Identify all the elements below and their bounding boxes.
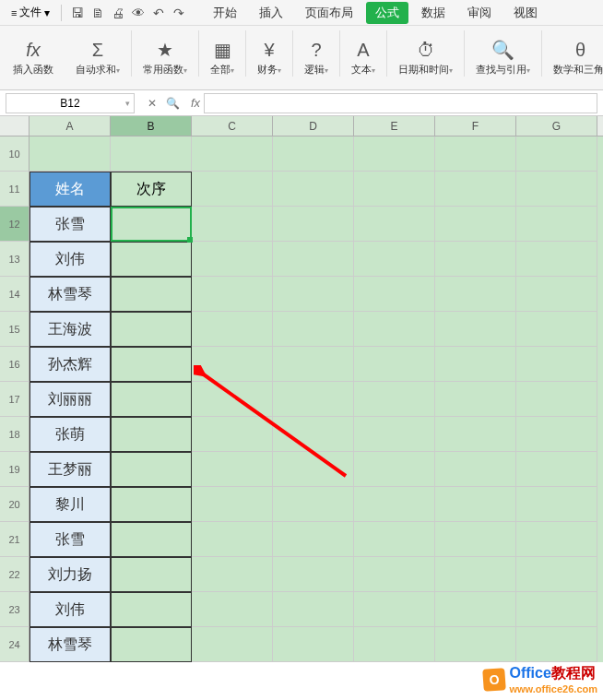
ribbon-group-0[interactable]: Σ自动求和▾ (68, 30, 127, 86)
cell-G12[interactable] (516, 207, 597, 242)
cell-A24[interactable]: 林雪琴 (30, 627, 111, 662)
cell-E16[interactable] (354, 347, 435, 382)
cell-F16[interactable] (435, 347, 516, 382)
cell-F21[interactable] (435, 522, 516, 557)
cell-G24[interactable] (516, 627, 597, 662)
row-header-16[interactable]: 16 (0, 347, 30, 382)
ribbon-group-2[interactable]: ▦全部▾ (203, 30, 242, 86)
cell-A18[interactable]: 张萌 (30, 417, 111, 452)
row-header-20[interactable]: 20 (0, 487, 30, 522)
tab-start[interactable]: 开始 (204, 2, 246, 24)
file-menu[interactable]: ≡ 文件 ▾ (6, 3, 55, 22)
cell-F10[interactable] (435, 136, 516, 172)
cell-B15[interactable] (111, 312, 192, 347)
cell-D19[interactable] (273, 452, 354, 487)
cell-D18[interactable] (273, 417, 354, 452)
cell-A21[interactable]: 张雪 (30, 522, 111, 557)
cell-C21[interactable] (192, 522, 273, 557)
cell-A11[interactable]: 姓名 (30, 172, 111, 207)
ribbon-group-3[interactable]: ¥财务▾ (250, 30, 289, 86)
cell-G13[interactable] (516, 242, 597, 277)
redo-icon[interactable]: ↷ (169, 3, 189, 23)
cell-D20[interactable] (273, 487, 354, 522)
undo-icon[interactable]: ↶ (148, 3, 169, 23)
cell-G20[interactable] (516, 487, 597, 522)
cell-C22[interactable] (192, 557, 273, 592)
formula-input[interactable] (204, 93, 597, 113)
ribbon-group-7[interactable]: 🔍查找与引用▾ (468, 30, 538, 86)
tab-page-layout[interactable]: 页面布局 (296, 2, 362, 24)
tab-review[interactable]: 审阅 (458, 2, 501, 24)
cell-A14[interactable]: 林雪琴 (30, 277, 111, 312)
cell-G10[interactable] (516, 136, 597, 172)
insert-function-button[interactable]: fx 插入函数 (6, 30, 61, 86)
cell-A20[interactable]: 黎川 (30, 487, 111, 522)
cell-A12[interactable]: 张雪 (30, 207, 111, 242)
cell-A10[interactable] (30, 136, 111, 172)
print-icon[interactable]: 🖨 (108, 3, 128, 23)
cell-F19[interactable] (435, 452, 516, 487)
cell-D17[interactable] (273, 382, 354, 417)
cell-E11[interactable] (354, 172, 435, 207)
cell-F14[interactable] (435, 277, 516, 312)
cell-F15[interactable] (435, 312, 516, 347)
cell-E20[interactable] (354, 487, 435, 522)
name-box[interactable]: B12 ▾ (6, 93, 135, 113)
cell-D11[interactable] (273, 172, 354, 207)
cell-B13[interactable] (111, 242, 192, 277)
cell-E10[interactable] (354, 136, 435, 172)
cell-G19[interactable] (516, 452, 597, 487)
column-header-A[interactable]: A (30, 116, 111, 136)
save-icon[interactable]: 🖫 (67, 3, 88, 23)
tab-view[interactable]: 视图 (504, 2, 547, 24)
cell-C12[interactable] (192, 207, 273, 242)
row-header-11[interactable]: 11 (0, 172, 30, 207)
cell-E15[interactable] (354, 312, 435, 347)
cell-B12[interactable] (111, 207, 192, 242)
cell-A19[interactable]: 王梦丽 (30, 452, 111, 487)
cell-B16[interactable] (111, 347, 192, 382)
cell-C19[interactable] (192, 452, 273, 487)
cell-B10[interactable] (111, 136, 192, 172)
column-header-E[interactable]: E (354, 116, 435, 136)
cell-C13[interactable] (192, 242, 273, 277)
cell-G15[interactable] (516, 312, 597, 347)
cell-D12[interactable] (273, 207, 354, 242)
cell-B18[interactable] (111, 417, 192, 452)
zoom-icon[interactable]: 🔍 (166, 97, 180, 110)
select-all-corner[interactable] (0, 116, 30, 136)
cancel-icon[interactable]: ✕ (148, 97, 157, 110)
cell-B14[interactable] (111, 277, 192, 312)
cell-A23[interactable]: 刘伟 (30, 592, 111, 627)
cell-E24[interactable] (354, 627, 435, 662)
cell-B24[interactable] (111, 627, 192, 662)
ribbon-group-5[interactable]: A文本▾ (344, 30, 383, 86)
column-header-G[interactable]: G (516, 116, 597, 136)
cell-D22[interactable] (273, 557, 354, 592)
save-as-icon[interactable]: 🗎 (88, 3, 108, 23)
tab-insert[interactable]: 插入 (250, 2, 292, 24)
cell-C15[interactable] (192, 312, 273, 347)
cell-A22[interactable]: 刘力扬 (30, 557, 111, 592)
cell-E21[interactable] (354, 522, 435, 557)
row-header-17[interactable]: 17 (0, 382, 30, 417)
cell-A13[interactable]: 刘伟 (30, 242, 111, 277)
ribbon-group-8[interactable]: θ数学和三角▾ (546, 30, 603, 86)
row-header-13[interactable]: 13 (0, 242, 30, 277)
column-header-D[interactable]: D (273, 116, 354, 136)
cell-D16[interactable] (273, 347, 354, 382)
print-preview-icon[interactable]: 👁 (128, 3, 148, 23)
cell-G17[interactable] (516, 382, 597, 417)
row-header-12[interactable]: 12 (0, 207, 30, 242)
cell-C16[interactable] (192, 347, 273, 382)
cell-G23[interactable] (516, 592, 597, 627)
column-header-F[interactable]: F (435, 116, 516, 136)
cell-B20[interactable] (111, 487, 192, 522)
cell-G16[interactable] (516, 347, 597, 382)
cell-G11[interactable] (516, 172, 597, 207)
cell-B17[interactable] (111, 382, 192, 417)
row-header-14[interactable]: 14 (0, 277, 30, 312)
cell-D13[interactable] (273, 242, 354, 277)
column-header-C[interactable]: C (192, 116, 273, 136)
ribbon-group-4[interactable]: ?逻辑▾ (297, 30, 336, 86)
